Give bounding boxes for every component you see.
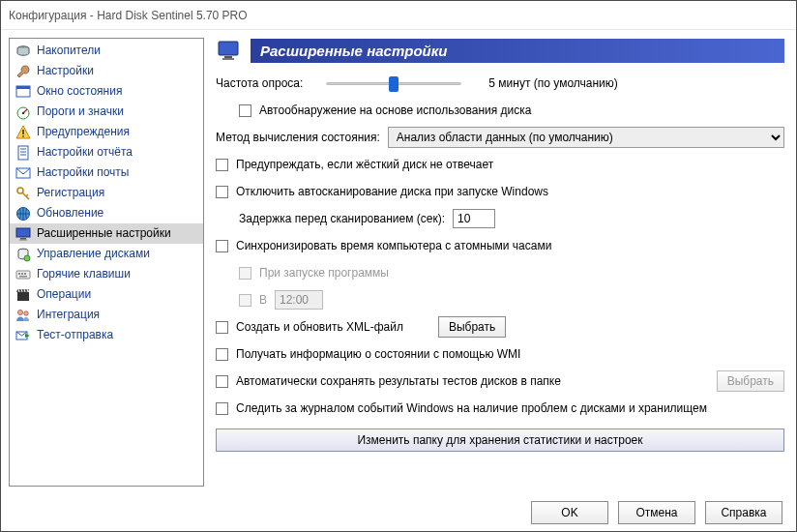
sidebar-item-label: Тест-отправка	[37, 327, 113, 343]
svg-rect-5	[22, 130, 24, 134]
eventlog-row: Следить за журналом событий Windows на н…	[216, 398, 784, 419]
sidebar-item-6[interactable]: Настройки почты	[10, 163, 203, 183]
at-time-checkbox	[239, 294, 251, 307]
svg-point-4	[22, 111, 24, 113]
autosave-tests-checkbox[interactable]	[216, 375, 228, 388]
autodetect-row: Автообнаружение на основе использования …	[239, 100, 784, 121]
cancel-button[interactable]: Отмена	[618, 501, 695, 524]
sync-time-row: Синхронизировать время компьютера с атом…	[216, 235, 784, 256]
sidebar-item-0[interactable]: Накопители	[10, 41, 203, 61]
sidebar-item-14[interactable]: Тест-отправка	[10, 325, 203, 345]
sidebar-item-label: Регистрация	[37, 185, 104, 201]
panel-title: Расширенные настройки	[251, 39, 784, 63]
at-time-input	[275, 290, 323, 310]
sidebar-item-4[interactable]: Предупреждения	[10, 122, 203, 142]
method-label: Метод вычисления состояния:	[216, 131, 380, 144]
monitor-icon	[15, 226, 31, 242]
svg-rect-14	[16, 228, 30, 237]
ok-button[interactable]: OK	[531, 501, 608, 524]
eventlog-checkbox[interactable]	[216, 402, 228, 415]
sidebar-item-label: Настройки	[37, 63, 94, 79]
create-xml-checkbox[interactable]	[216, 321, 228, 334]
sidebar-item-11[interactable]: Горячие клавиши	[10, 264, 203, 284]
footer: OK Отмена Справка	[1, 494, 796, 531]
sidebar-item-label: Настройки отчёта	[37, 144, 133, 161]
sidebar-item-2[interactable]: Окно состояния	[10, 81, 203, 102]
sync-time-checkbox[interactable]	[216, 240, 228, 252]
select-xml-button[interactable]: Выбрать	[438, 316, 506, 338]
change-folder-button[interactable]: Изменить папку для хранения статистики и…	[216, 429, 784, 452]
monitor-icon	[216, 38, 241, 63]
autodetect-checkbox[interactable]	[239, 104, 251, 117]
svg-rect-28	[219, 42, 238, 55]
main-panel: Расширенные настройки Частота опроса: 5 …	[212, 38, 788, 487]
disks-icon	[15, 44, 31, 59]
scan-delay-row: Задержка перед сканированием (сек):	[239, 208, 784, 229]
on-startup-checkbox	[239, 267, 251, 280]
sync-time-label: Синхронизировать время компьютера с атом…	[236, 239, 551, 252]
on-startup-label: При запуске программы	[259, 266, 389, 280]
svg-rect-2	[16, 86, 30, 89]
disable-autoscan-row: Отключить автосканирование диска при зап…	[216, 181, 784, 202]
sidebar-item-label: Настройки почты	[37, 164, 129, 181]
create-xml-row: Создать и обновить XML-файл Выбрать	[216, 316, 784, 338]
autodetect-label: Автообнаружение на основе использования …	[259, 103, 531, 117]
help-button[interactable]: Справка	[705, 501, 782, 524]
sidebar-item-label: Расширенные настройки	[37, 225, 171, 242]
svg-point-26	[24, 310, 28, 314]
sidebar: НакопителиНастройкиОкно состоянияПороги …	[9, 38, 204, 487]
polling-slider[interactable]	[326, 74, 461, 93]
at-label: В	[259, 293, 267, 307]
send-icon	[15, 328, 31, 343]
wmi-checkbox[interactable]	[216, 348, 228, 361]
sidebar-item-12[interactable]: Операции	[10, 284, 203, 305]
autosave-tests-row: Автоматически сохранять результаты тесто…	[216, 370, 784, 392]
polling-label: Частота опроса:	[216, 76, 303, 90]
svg-point-18	[24, 255, 30, 261]
on-startup-row: При запуске программы	[239, 262, 784, 283]
sidebar-item-label: Обновление	[37, 205, 103, 222]
users-icon	[15, 308, 31, 323]
warn-noresponse-row: Предупреждать, если жёсткий диск не отве…	[216, 154, 784, 175]
sidebar-item-8[interactable]: Обновление	[10, 203, 203, 223]
report-icon	[15, 145, 31, 161]
sidebar-item-7[interactable]: Регистрация	[10, 183, 203, 203]
polling-row: Частота опроса: 5 минут (по умолчанию)	[216, 73, 784, 94]
wmi-row: Получать информацию о состоянии с помощь…	[216, 343, 784, 365]
sidebar-item-10[interactable]: Управление дисками	[10, 244, 203, 264]
clapper-icon	[15, 287, 31, 303]
gauge-icon	[15, 104, 31, 120]
sidebar-item-5[interactable]: Настройки отчёта	[10, 142, 203, 163]
sidebar-item-1[interactable]: Настройки	[10, 61, 203, 81]
method-combo[interactable]: Анализ области данных (по умолчанию)	[388, 127, 784, 148]
sidebar-item-9[interactable]: Расширенные настройки	[10, 223, 203, 244]
wrench-icon	[15, 64, 31, 79]
svg-rect-16	[19, 239, 27, 240]
sidebar-item-label: Пороги и значки	[37, 103, 124, 120]
wmi-label: Получать информацию о состоянии с помощь…	[236, 347, 520, 361]
sidebar-item-label: Интеграция	[37, 307, 100, 323]
sidebar-item-label: Операции	[37, 286, 91, 303]
sidebar-item-label: Горячие клавиши	[37, 266, 131, 282]
select-folder-button: Выбрать	[717, 370, 784, 392]
scan-delay-input[interactable]	[453, 209, 495, 228]
window-title: Конфигурация - Hard Disk Sentinel 5.70 P…	[9, 9, 248, 22]
sidebar-item-13[interactable]: Интеграция	[10, 305, 203, 325]
keyboard-icon	[15, 267, 31, 282]
svg-rect-23	[19, 276, 27, 278]
globe-icon	[15, 206, 31, 222]
sidebar-item-label: Окно состояния	[37, 83, 122, 100]
disable-autoscan-checkbox[interactable]	[216, 186, 228, 198]
sidebar-item-label: Управление дисками	[37, 246, 150, 262]
svg-rect-21	[21, 273, 23, 275]
key-icon	[15, 186, 31, 201]
svg-rect-22	[24, 273, 26, 275]
manage-icon	[15, 247, 31, 262]
svg-rect-29	[224, 56, 232, 58]
warning-icon	[15, 125, 31, 140]
eventlog-label: Следить за журналом событий Windows на н…	[236, 401, 707, 415]
disable-autoscan-label: Отключить автосканирование диска при зап…	[236, 185, 548, 198]
warn-noresponse-checkbox[interactable]	[216, 159, 228, 171]
window-icon	[15, 84, 31, 100]
sidebar-item-3[interactable]: Пороги и значки	[10, 102, 203, 122]
